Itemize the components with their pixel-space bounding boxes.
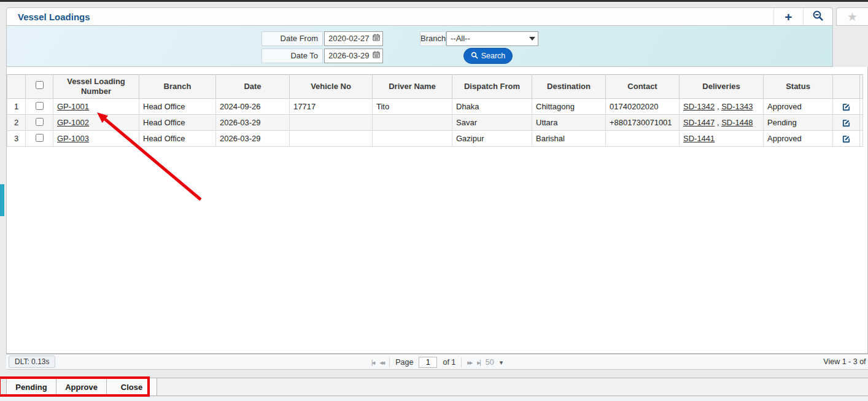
pending-button[interactable]: Pending [6, 378, 56, 395]
driver-name-cell [373, 115, 452, 131]
col-dispatch[interactable]: Dispatch From [452, 75, 532, 99]
date-cell: 2026-03-29 [216, 131, 290, 147]
branch-label: Branch [420, 31, 446, 46]
edit-cell [833, 131, 860, 147]
next-page-icon[interactable]: ▸▸ [467, 359, 471, 367]
col-contact[interactable]: Contact [606, 75, 680, 99]
pager-separator [389, 357, 390, 367]
calendar-icon[interactable] [373, 49, 380, 63]
col-driver[interactable]: Driver Name [373, 75, 452, 99]
side-panel-handle[interactable] [0, 184, 4, 216]
date-from-label: Date From [262, 31, 323, 46]
add-button[interactable]: + [773, 8, 803, 25]
col-date[interactable]: Date [216, 75, 290, 99]
col-actions [833, 75, 860, 99]
approve-button[interactable]: Approve [56, 378, 107, 395]
date-cell: 2024-09-26 [216, 99, 290, 115]
branch-cell: Head Office [139, 115, 216, 131]
vessel-loading-link[interactable]: GP-1001 [57, 102, 89, 111]
grid-panel: Vessel Loading Number Branch Date Vehicl… [6, 67, 868, 354]
branch-cell: Head Office [139, 99, 216, 115]
plus-icon: + [785, 10, 792, 23]
edit-icon[interactable] [842, 133, 851, 142]
row-checkbox[interactable] [36, 102, 44, 110]
close-button[interactable]: Close [107, 378, 157, 395]
col-vehicle[interactable]: Vehicle No [290, 75, 373, 99]
vehicle-no-cell [290, 115, 373, 131]
calendar-icon[interactable] [373, 32, 380, 45]
col-status[interactable]: Status [764, 75, 833, 99]
status-cell: Approved [764, 99, 833, 115]
select-all-checkbox[interactable] [36, 81, 44, 89]
search-button[interactable]: Search [463, 48, 513, 64]
vessel-loading-link[interactable]: GP-1002 [57, 118, 89, 127]
delivery-link[interactable]: SD-1441 [683, 134, 715, 143]
vessel-loading-number-cell: GP-1002 [53, 115, 139, 131]
favorite-panel: ★ [836, 7, 868, 26]
row-number: 1 [7, 99, 26, 115]
contact-cell: 01740202020 [606, 99, 680, 115]
page-bottom-strip [0, 397, 868, 401]
action-bar: Pending Approve Close [6, 378, 868, 396]
filter-bar: Date From 2020-02-27 Date To 2026-03-29 … [6, 26, 833, 67]
status-cell: Pending [764, 115, 833, 131]
page-size-chevron-icon[interactable]: ▾ [500, 359, 503, 367]
branch-select[interactable]: --All-- [446, 31, 538, 46]
branch-selected-value: --All-- [451, 32, 527, 45]
magnifier-minus-icon [812, 10, 824, 23]
contact-cell [606, 131, 680, 147]
toggle-search-button[interactable] [803, 8, 832, 25]
contact-cell: +8801730071001 [606, 115, 680, 131]
row-select-cell [26, 99, 53, 115]
deliveries-cell: SD-1342 , SD-1343 [680, 99, 764, 115]
table-row: 2GP-1002Head Office2026-03-29SavarUttara… [7, 115, 863, 131]
delivery-link[interactable]: SD-1448 [721, 118, 753, 127]
date-from-value: 2020-02-27 [328, 32, 370, 45]
dispatch-from-cell: Savar [452, 115, 532, 131]
page-number-input[interactable] [419, 357, 437, 368]
driver-name-cell [373, 131, 452, 147]
vessel-loading-link[interactable]: GP-1003 [57, 134, 89, 143]
dispatch-from-cell: Dhaka [452, 99, 532, 115]
table-row: 3GP-1003Head Office2026-03-29GazipurBari… [7, 131, 863, 147]
last-page-icon[interactable]: ▸| [477, 359, 479, 367]
edit-cell [833, 99, 860, 115]
chevron-down-icon [529, 37, 535, 41]
star-icon[interactable]: ★ [847, 10, 858, 24]
date-cell: 2026-03-29 [216, 115, 290, 131]
edit-icon[interactable] [842, 117, 851, 127]
pager: |◂ ◂◂ Page of 1 ▸▸ ▸| 50 ▾ [6, 354, 868, 370]
delivery-link[interactable]: SD-1343 [721, 102, 753, 111]
search-button-label: Search [481, 52, 506, 60]
date-to-value: 2026-03-29 [328, 49, 370, 63]
col-select [26, 75, 53, 99]
page-of-label: of 1 [443, 358, 455, 367]
col-branch[interactable]: Branch [139, 75, 216, 99]
col-destination[interactable]: Destination [532, 75, 606, 99]
prev-page-icon[interactable]: ◂◂ [379, 359, 384, 367]
status-cell: Approved [764, 131, 833, 147]
date-from-input[interactable]: 2020-02-27 [324, 31, 383, 46]
vehicle-no-cell [290, 131, 373, 147]
row-checkbox[interactable] [36, 134, 44, 142]
row-number: 2 [7, 115, 26, 131]
window-top-strip [0, 0, 868, 2]
delivery-link[interactable]: SD-1447 [683, 118, 715, 127]
delivery-link[interactable]: SD-1342 [683, 102, 715, 111]
edit-icon[interactable] [842, 101, 851, 111]
deliveries-cell: SD-1447 , SD-1448 [680, 115, 764, 131]
first-page-icon[interactable]: |◂ [371, 359, 374, 367]
edit-cell [833, 115, 860, 131]
search-icon [471, 52, 478, 61]
page-size-value: 50 [486, 358, 494, 367]
col-deliveries[interactable]: Deliveries [680, 75, 764, 99]
deliveries-cell: SD-1441 [680, 131, 764, 147]
grid-footer: DLT: 0.13s |◂ ◂◂ Page of 1 ▸▸ ▸| 50 ▾ Vi… [6, 354, 868, 370]
row-checkbox[interactable] [36, 118, 44, 126]
filler-cell [860, 131, 863, 147]
vessel-loading-number-cell: GP-1003 [53, 131, 139, 147]
filler-cell [860, 115, 863, 131]
col-vessel[interactable]: Vessel Loading Number [53, 75, 139, 99]
row-select-cell [26, 131, 53, 147]
date-to-input[interactable]: 2026-03-29 [324, 49, 383, 63]
